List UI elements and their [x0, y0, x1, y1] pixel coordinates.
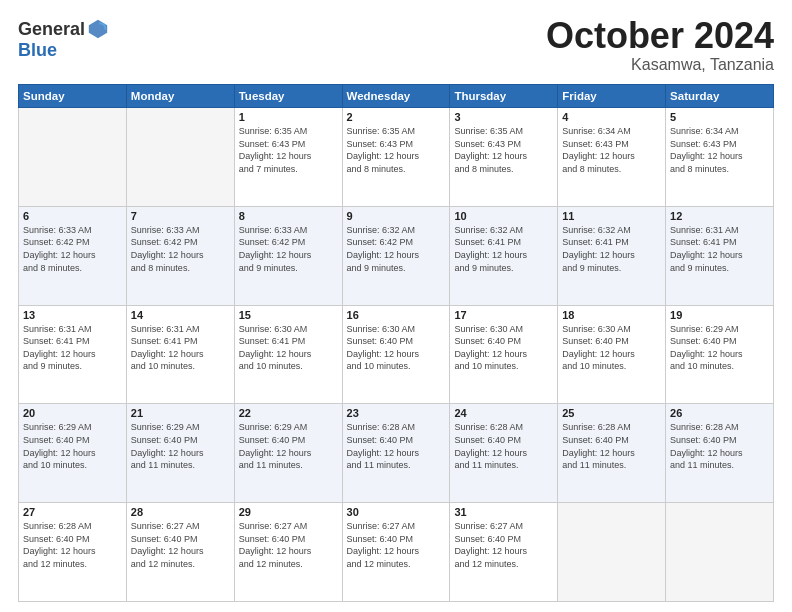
day-info: Sunrise: 6:28 AM Sunset: 6:40 PM Dayligh… [562, 421, 661, 471]
day-number: 15 [239, 309, 338, 321]
day-info: Sunrise: 6:29 AM Sunset: 6:40 PM Dayligh… [131, 421, 230, 471]
day-info: Sunrise: 6:28 AM Sunset: 6:40 PM Dayligh… [670, 421, 769, 471]
day-info: Sunrise: 6:33 AM Sunset: 6:42 PM Dayligh… [23, 224, 122, 274]
logo-blue-text: Blue [18, 40, 57, 61]
day-number: 13 [23, 309, 122, 321]
day-number: 14 [131, 309, 230, 321]
day-number: 12 [670, 210, 769, 222]
col-wednesday: Wednesday [342, 85, 450, 108]
calendar-cell: 24Sunrise: 6:28 AM Sunset: 6:40 PM Dayli… [450, 404, 558, 503]
calendar-table: Sunday Monday Tuesday Wednesday Thursday… [18, 84, 774, 602]
day-info: Sunrise: 6:30 AM Sunset: 6:40 PM Dayligh… [562, 323, 661, 373]
day-info: Sunrise: 6:31 AM Sunset: 6:41 PM Dayligh… [670, 224, 769, 274]
calendar-cell: 27Sunrise: 6:28 AM Sunset: 6:40 PM Dayli… [19, 503, 127, 602]
calendar-cell: 18Sunrise: 6:30 AM Sunset: 6:40 PM Dayli… [558, 305, 666, 404]
calendar-header-row: Sunday Monday Tuesday Wednesday Thursday… [19, 85, 774, 108]
day-info: Sunrise: 6:33 AM Sunset: 6:42 PM Dayligh… [239, 224, 338, 274]
calendar-cell: 25Sunrise: 6:28 AM Sunset: 6:40 PM Dayli… [558, 404, 666, 503]
calendar-cell: 1Sunrise: 6:35 AM Sunset: 6:43 PM Daylig… [234, 108, 342, 207]
calendar-cell: 20Sunrise: 6:29 AM Sunset: 6:40 PM Dayli… [19, 404, 127, 503]
day-number: 1 [239, 111, 338, 123]
day-info: Sunrise: 6:31 AM Sunset: 6:41 PM Dayligh… [131, 323, 230, 373]
calendar-cell: 12Sunrise: 6:31 AM Sunset: 6:41 PM Dayli… [666, 206, 774, 305]
day-info: Sunrise: 6:29 AM Sunset: 6:40 PM Dayligh… [239, 421, 338, 471]
calendar-cell: 4Sunrise: 6:34 AM Sunset: 6:43 PM Daylig… [558, 108, 666, 207]
calendar-cell: 29Sunrise: 6:27 AM Sunset: 6:40 PM Dayli… [234, 503, 342, 602]
day-info: Sunrise: 6:34 AM Sunset: 6:43 PM Dayligh… [670, 125, 769, 175]
day-info: Sunrise: 6:35 AM Sunset: 6:43 PM Dayligh… [239, 125, 338, 175]
day-info: Sunrise: 6:32 AM Sunset: 6:41 PM Dayligh… [454, 224, 553, 274]
day-info: Sunrise: 6:31 AM Sunset: 6:41 PM Dayligh… [23, 323, 122, 373]
day-number: 11 [562, 210, 661, 222]
day-number: 8 [239, 210, 338, 222]
calendar-cell: 6Sunrise: 6:33 AM Sunset: 6:42 PM Daylig… [19, 206, 127, 305]
day-info: Sunrise: 6:27 AM Sunset: 6:40 PM Dayligh… [454, 520, 553, 570]
day-number: 17 [454, 309, 553, 321]
calendar-cell [19, 108, 127, 207]
day-info: Sunrise: 6:28 AM Sunset: 6:40 PM Dayligh… [454, 421, 553, 471]
day-number: 20 [23, 407, 122, 419]
day-number: 28 [131, 506, 230, 518]
calendar-cell: 22Sunrise: 6:29 AM Sunset: 6:40 PM Dayli… [234, 404, 342, 503]
day-number: 18 [562, 309, 661, 321]
month-heading: October 2024 [546, 18, 774, 54]
calendar-cell: 5Sunrise: 6:34 AM Sunset: 6:43 PM Daylig… [666, 108, 774, 207]
day-info: Sunrise: 6:29 AM Sunset: 6:40 PM Dayligh… [670, 323, 769, 373]
day-number: 23 [347, 407, 446, 419]
col-tuesday: Tuesday [234, 85, 342, 108]
day-number: 31 [454, 506, 553, 518]
calendar-cell: 13Sunrise: 6:31 AM Sunset: 6:41 PM Dayli… [19, 305, 127, 404]
calendar-cell: 11Sunrise: 6:32 AM Sunset: 6:41 PM Dayli… [558, 206, 666, 305]
col-friday: Friday [558, 85, 666, 108]
day-number: 3 [454, 111, 553, 123]
calendar-cell: 16Sunrise: 6:30 AM Sunset: 6:40 PM Dayli… [342, 305, 450, 404]
day-info: Sunrise: 6:29 AM Sunset: 6:40 PM Dayligh… [23, 421, 122, 471]
calendar-cell: 10Sunrise: 6:32 AM Sunset: 6:41 PM Dayli… [450, 206, 558, 305]
calendar-cell: 23Sunrise: 6:28 AM Sunset: 6:40 PM Dayli… [342, 404, 450, 503]
day-info: Sunrise: 6:32 AM Sunset: 6:41 PM Dayligh… [562, 224, 661, 274]
day-info: Sunrise: 6:32 AM Sunset: 6:42 PM Dayligh… [347, 224, 446, 274]
header: General Blue October 2024 Kasamwa, Tanza… [18, 18, 774, 74]
day-number: 7 [131, 210, 230, 222]
calendar-cell: 26Sunrise: 6:28 AM Sunset: 6:40 PM Dayli… [666, 404, 774, 503]
location-heading: Kasamwa, Tanzania [546, 56, 774, 74]
day-number: 24 [454, 407, 553, 419]
logo-icon [87, 18, 109, 40]
day-number: 21 [131, 407, 230, 419]
calendar-cell: 17Sunrise: 6:30 AM Sunset: 6:40 PM Dayli… [450, 305, 558, 404]
day-info: Sunrise: 6:27 AM Sunset: 6:40 PM Dayligh… [239, 520, 338, 570]
calendar-cell [558, 503, 666, 602]
page: General Blue October 2024 Kasamwa, Tanza… [0, 0, 792, 612]
day-number: 29 [239, 506, 338, 518]
day-number: 9 [347, 210, 446, 222]
calendar-cell: 30Sunrise: 6:27 AM Sunset: 6:40 PM Dayli… [342, 503, 450, 602]
calendar-cell: 3Sunrise: 6:35 AM Sunset: 6:43 PM Daylig… [450, 108, 558, 207]
calendar-cell: 31Sunrise: 6:27 AM Sunset: 6:40 PM Dayli… [450, 503, 558, 602]
day-number: 4 [562, 111, 661, 123]
day-info: Sunrise: 6:27 AM Sunset: 6:40 PM Dayligh… [131, 520, 230, 570]
calendar-row-4: 20Sunrise: 6:29 AM Sunset: 6:40 PM Dayli… [19, 404, 774, 503]
calendar-cell: 8Sunrise: 6:33 AM Sunset: 6:42 PM Daylig… [234, 206, 342, 305]
day-number: 2 [347, 111, 446, 123]
day-number: 22 [239, 407, 338, 419]
calendar-row-5: 27Sunrise: 6:28 AM Sunset: 6:40 PM Dayli… [19, 503, 774, 602]
day-info: Sunrise: 6:28 AM Sunset: 6:40 PM Dayligh… [23, 520, 122, 570]
day-number: 16 [347, 309, 446, 321]
calendar-row-1: 1Sunrise: 6:35 AM Sunset: 6:43 PM Daylig… [19, 108, 774, 207]
calendar-cell: 7Sunrise: 6:33 AM Sunset: 6:42 PM Daylig… [126, 206, 234, 305]
calendar-row-2: 6Sunrise: 6:33 AM Sunset: 6:42 PM Daylig… [19, 206, 774, 305]
col-thursday: Thursday [450, 85, 558, 108]
calendar-row-3: 13Sunrise: 6:31 AM Sunset: 6:41 PM Dayli… [19, 305, 774, 404]
calendar-cell: 2Sunrise: 6:35 AM Sunset: 6:43 PM Daylig… [342, 108, 450, 207]
day-info: Sunrise: 6:34 AM Sunset: 6:43 PM Dayligh… [562, 125, 661, 175]
day-info: Sunrise: 6:35 AM Sunset: 6:43 PM Dayligh… [347, 125, 446, 175]
calendar-cell: 15Sunrise: 6:30 AM Sunset: 6:41 PM Dayli… [234, 305, 342, 404]
day-info: Sunrise: 6:28 AM Sunset: 6:40 PM Dayligh… [347, 421, 446, 471]
logo: General Blue [18, 18, 109, 61]
day-number: 30 [347, 506, 446, 518]
logo-general-text: General [18, 19, 85, 40]
day-info: Sunrise: 6:30 AM Sunset: 6:40 PM Dayligh… [454, 323, 553, 373]
day-info: Sunrise: 6:30 AM Sunset: 6:41 PM Dayligh… [239, 323, 338, 373]
calendar-cell [666, 503, 774, 602]
calendar-cell [126, 108, 234, 207]
